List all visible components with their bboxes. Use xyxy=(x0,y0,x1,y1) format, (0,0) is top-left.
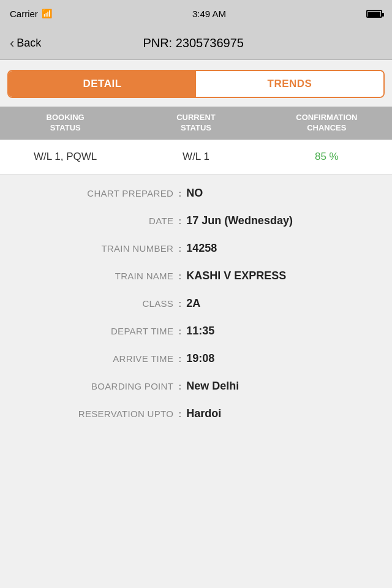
detail-value: 14258 xyxy=(186,242,380,255)
detail-label: TRAIN NAME xyxy=(12,271,173,281)
detail-colon: : xyxy=(173,271,186,281)
tab-bar: DETAIL TRENDS xyxy=(7,70,385,98)
detail-label: CHART PREPARED xyxy=(12,188,173,198)
detail-label: CLASS xyxy=(12,298,173,309)
detail-value: New Delhi xyxy=(186,380,380,393)
detail-value: 2A xyxy=(186,297,380,310)
detail-label: ARRIVE TIME xyxy=(12,353,173,364)
back-label[interactable]: Back xyxy=(17,37,41,50)
detail-row: DEPART TIME:11:35 xyxy=(0,317,392,345)
detail-label: RESERVATION UPTO xyxy=(12,409,173,419)
detail-value: 11:35 xyxy=(186,325,380,337)
detail-row: BOARDING POINT:New Delhi xyxy=(0,372,392,400)
wifi-icon: 📶 xyxy=(42,9,52,18)
detail-section: CHART PREPARED:NODATE:17 Jun (Wednesday)… xyxy=(0,175,392,432)
detail-row: RESERVATION UPTO:Hardoi xyxy=(0,400,392,428)
carrier-label: Carrier xyxy=(10,9,38,19)
th-current-status: CURRENT STATUS xyxy=(130,113,261,134)
detail-row: TRAIN NAME:KASHI V EXPRESS xyxy=(0,262,392,290)
th-confirmation-chances: CONFIRMATION CHANCES xyxy=(262,113,392,134)
th-booking-status: BOOKING STATUS xyxy=(0,113,130,134)
status-bar: Carrier 📶 3:49 AM xyxy=(0,0,392,27)
detail-colon: : xyxy=(173,188,186,198)
detail-value: Hardoi xyxy=(186,407,380,420)
detail-value: NO xyxy=(186,187,380,200)
td-confirmation-chances: 85 % xyxy=(262,151,392,163)
detail-value: KASHI V EXPRESS xyxy=(186,270,380,282)
detail-colon: : xyxy=(173,326,186,336)
detail-label: TRAIN NUMBER xyxy=(12,243,173,254)
nav-title: PNR: 2305736975 xyxy=(41,36,345,50)
tab-trends[interactable]: TRENDS xyxy=(196,71,383,97)
detail-row: TRAIN NUMBER:14258 xyxy=(0,235,392,262)
detail-colon: : xyxy=(173,216,186,226)
detail-row: DATE:17 Jun (Wednesday) xyxy=(0,207,392,235)
table-row: W/L 1, PQWL W/L 1 85 % xyxy=(0,140,392,175)
detail-label: DEPART TIME xyxy=(12,326,173,336)
back-chevron-icon: ‹ xyxy=(10,37,14,50)
detail-row: ARRIVE TIME:19:08 xyxy=(0,345,392,372)
detail-value: 19:08 xyxy=(186,352,380,365)
detail-colon: : xyxy=(173,409,186,419)
detail-label: BOARDING POINT xyxy=(12,381,173,391)
detail-colon: : xyxy=(173,381,186,391)
table-header: BOOKING STATUS CURRENT STATUS CONFIRMATI… xyxy=(0,107,392,140)
back-button[interactable]: ‹ Back xyxy=(10,37,41,50)
detail-value: 17 Jun (Wednesday) xyxy=(186,214,380,227)
detail-label: DATE xyxy=(12,216,173,226)
nav-bar: ‹ Back PNR: 2305736975 xyxy=(0,27,392,60)
detail-row: CLASS:2A xyxy=(0,290,392,317)
detail-colon: : xyxy=(173,353,186,364)
td-booking-status: W/L 1, PQWL xyxy=(0,151,130,163)
td-current-status: W/L 1 xyxy=(130,151,261,163)
battery-icon xyxy=(366,10,382,18)
detail-row: CHART PREPARED:NO xyxy=(0,179,392,207)
time-label: 3:49 AM xyxy=(192,9,226,19)
detail-colon: : xyxy=(173,298,186,309)
tab-detail[interactable]: DETAIL xyxy=(9,71,196,97)
detail-colon: : xyxy=(173,243,186,254)
